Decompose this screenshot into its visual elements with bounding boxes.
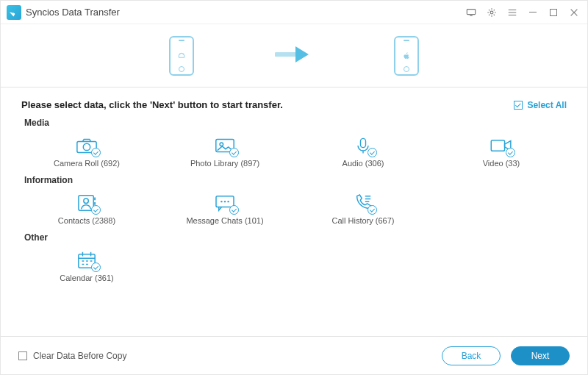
- main-content: Please select data, click the 'Next' but…: [1, 88, 587, 285]
- item-call-history[interactable]: Call History (667): [298, 188, 429, 228]
- section-title-other: Other: [21, 232, 567, 243]
- check-badge-icon: [368, 205, 377, 215]
- checkbox-empty-icon: [18, 351, 27, 360]
- check-badge-icon: [91, 148, 101, 157]
- svg-point-13: [220, 201, 222, 202]
- photo-icon: [211, 134, 239, 157]
- check-badge-icon: [229, 205, 239, 215]
- item-label: Calendar (361): [60, 274, 113, 282]
- title-bar: Syncios Data Transfer: [1, 1, 587, 24]
- svg-point-15: [227, 201, 229, 202]
- select-all-toggle[interactable]: Select All: [514, 100, 567, 110]
- audio-icon: [349, 134, 377, 157]
- item-message-chats[interactable]: Message Chats (101): [159, 188, 290, 228]
- item-photo-library[interactable]: Photo Library (897): [159, 131, 290, 171]
- section-title-media: Media: [21, 118, 567, 128]
- item-calendar[interactable]: Calendar (361): [21, 246, 152, 285]
- check-badge-icon: [368, 148, 377, 157]
- item-video[interactable]: Video (33): [436, 131, 567, 171]
- video-icon: [487, 134, 515, 157]
- close-button[interactable]: [568, 7, 580, 18]
- back-button[interactable]: Back: [442, 346, 501, 365]
- maximize-button[interactable]: [548, 7, 559, 18]
- item-label: Photo Library (897): [190, 159, 259, 168]
- svg-point-1: [490, 11, 493, 14]
- check-badge-icon: [229, 148, 239, 157]
- clear-data-toggle[interactable]: Clear Data Before Copy: [18, 351, 126, 361]
- information-grid: Contacts (2388) Message Chats (101) Call…: [21, 188, 567, 228]
- section-title-information: Information: [21, 175, 567, 185]
- item-label: Call History (667): [332, 216, 395, 225]
- screen-icon[interactable]: [465, 7, 477, 18]
- contacts-icon: [73, 191, 101, 215]
- messages-icon: [211, 191, 239, 215]
- svg-point-7: [220, 143, 223, 146]
- media-grid: Camera Roll (692) Photo Library (897) Au…: [21, 131, 567, 171]
- item-audio[interactable]: Audio (306): [298, 131, 429, 171]
- calendar-icon: [73, 249, 101, 272]
- back-button-label: Back: [462, 351, 481, 361]
- app-title: Syncios Data Transfer: [26, 7, 120, 18]
- menu-icon[interactable]: [506, 7, 518, 18]
- other-grid: Calendar (361): [21, 246, 567, 285]
- svg-point-14: [224, 201, 226, 202]
- transfer-arrow-icon: [275, 43, 313, 68]
- settings-gear-icon[interactable]: [486, 7, 498, 18]
- check-badge-icon: [506, 148, 515, 157]
- item-label: Message Chats (101): [186, 216, 263, 225]
- select-all-check-icon: [514, 101, 523, 110]
- next-button[interactable]: Next: [511, 346, 570, 365]
- call-history-icon: [349, 191, 377, 215]
- source-phone-icon[interactable]: [169, 36, 194, 76]
- item-label: Contacts (2388): [58, 216, 115, 225]
- item-label: Camera Roll (692): [54, 159, 120, 168]
- next-button-label: Next: [531, 351, 550, 361]
- item-contacts[interactable]: Contacts (2388): [21, 188, 152, 228]
- target-phone-icon[interactable]: [394, 36, 419, 76]
- camera-icon: [73, 134, 101, 157]
- svg-rect-9: [491, 140, 504, 151]
- select-all-label: Select All: [527, 100, 567, 110]
- svg-point-11: [84, 199, 88, 203]
- clear-data-label: Clear Data Before Copy: [33, 351, 126, 361]
- device-transfer-row: [1, 24, 587, 88]
- svg-rect-0: [467, 9, 475, 14]
- svg-point-5: [83, 143, 90, 150]
- minimize-button[interactable]: [527, 7, 539, 18]
- instruction-text: Please select data, click the 'Next' but…: [21, 99, 283, 110]
- android-icon: [177, 51, 186, 60]
- apple-icon: [402, 51, 411, 60]
- app-logo-icon: [7, 5, 21, 20]
- check-badge-icon: [91, 205, 101, 215]
- item-label: Audio (306): [343, 159, 384, 168]
- item-label: Video (33): [483, 159, 520, 168]
- svg-rect-8: [361, 138, 366, 147]
- item-camera-roll[interactable]: Camera Roll (692): [21, 131, 152, 171]
- footer-bar: Clear Data Before Copy Back Next: [1, 336, 587, 374]
- check-badge-icon: [91, 262, 101, 272]
